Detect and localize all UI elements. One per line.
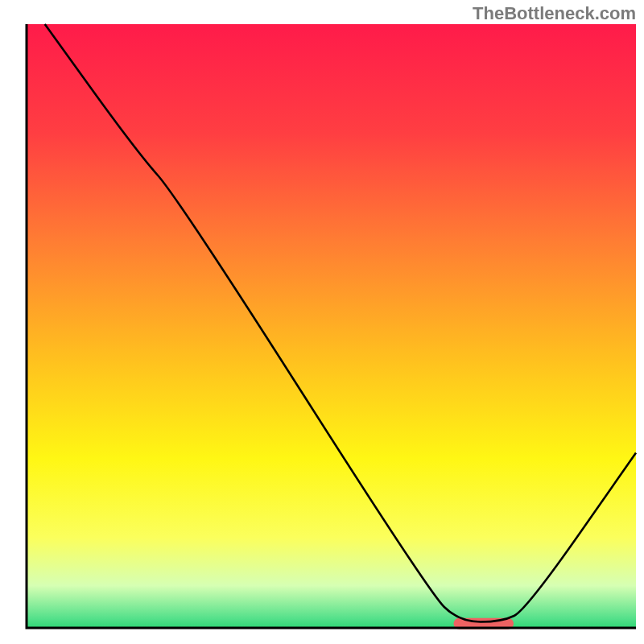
bottleneck-chart [0, 0, 644, 644]
plot-background [27, 24, 636, 628]
